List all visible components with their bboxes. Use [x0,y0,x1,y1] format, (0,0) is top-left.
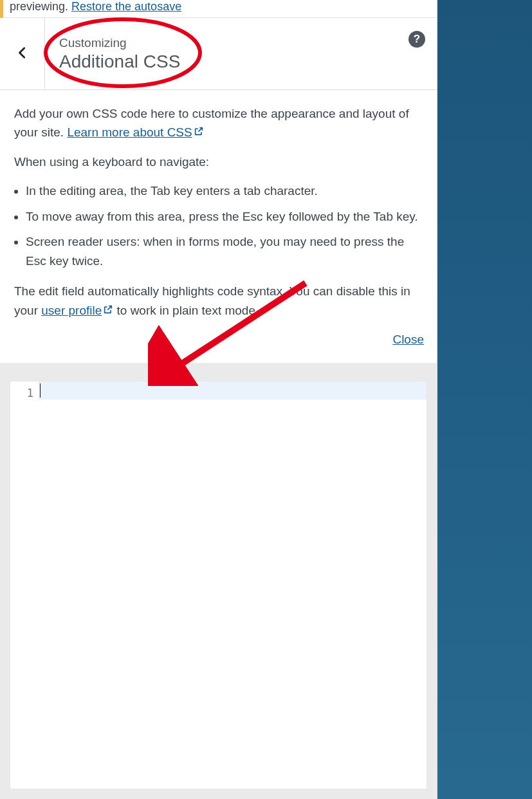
line-gutter: 1 [10,381,39,789]
help-icon: ? [414,33,420,46]
notice-text: previewing. [10,0,71,13]
panel-header: Customizing Additional CSS ? [0,18,437,90]
syntax-paragraph: The edit field automatically highlights … [14,282,424,320]
list-item: To move away from this area, press the E… [26,207,424,226]
css-editor[interactable]: 1 [10,381,427,789]
help-button[interactable]: ? [408,31,425,48]
list-item: Screen reader users: when in forms mode,… [26,232,424,270]
user-profile-link[interactable]: user profile [41,304,113,317]
autosave-notice: previewing. Restore the autosave [0,0,437,18]
active-line[interactable] [39,381,427,400]
keyboard-heading: When using a keyboard to navigate: [14,152,424,171]
site-preview [437,0,532,799]
keyboard-hints-list: In the editing area, the Tab key enters … [14,181,424,270]
list-item: In the editing area, the Tab key enters … [26,181,424,200]
learn-more-label: Learn more about CSS [67,125,192,139]
external-link-icon [103,301,113,320]
code-area[interactable] [39,381,427,789]
syntax-suffix: to work in plain text mode. [113,304,259,317]
back-button[interactable] [0,18,45,89]
breadcrumb: Customizing [59,36,437,50]
line-number: 1 [10,384,33,402]
close-link[interactable]: Close [392,333,424,346]
external-link-icon [194,123,204,142]
close-row: Close [14,330,424,349]
intro-paragraph: Add your own CSS code here to customize … [14,104,424,142]
customizer-panel: previewing. Restore the autosave Customi… [0,0,437,799]
chevron-left-icon [15,46,30,62]
description-area: Add your own CSS code here to customize … [0,90,437,363]
user-profile-label: user profile [41,304,102,317]
text-cursor [40,383,41,398]
editor-wrap: 1 [0,363,437,799]
restore-autosave-link[interactable]: Restore the autosave [71,0,181,13]
header-titles: Customizing Additional CSS [45,36,437,72]
learn-more-css-link[interactable]: Learn more about CSS [67,125,203,139]
page-title: Additional CSS [59,51,437,72]
